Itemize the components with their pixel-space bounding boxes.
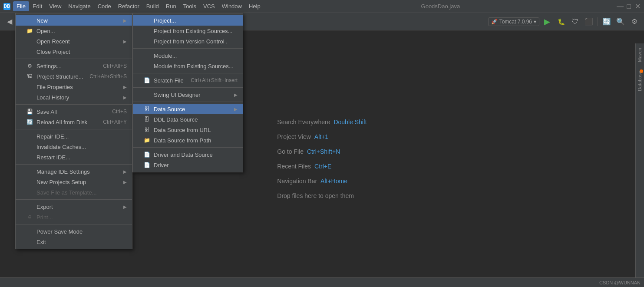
submenu-scratch-file[interactable]: 📄 Scratch File Ctrl+Alt+Shift+Insert: [133, 75, 243, 86]
menu-item-local-history[interactable]: Local History ▶: [16, 92, 132, 102]
menu-item-power-save[interactable]: Power Save Mode: [16, 226, 132, 237]
maven-tab[interactable]: Maven: [636, 43, 644, 66]
menu-item-open-recent[interactable]: Open Recent ▶: [16, 36, 132, 46]
menu-item-new[interactable]: New ▶: [16, 15, 132, 26]
menu-item-project-structure[interactable]: 🏗 Project Structure... Ctrl+Alt+Shift+S: [16, 71, 132, 82]
scratch-file-icon: 📄: [143, 77, 150, 84]
menu-tools[interactable]: Tools: [180, 1, 200, 11]
submenu-module[interactable]: Module...: [133, 50, 243, 61]
menu-item-save-all[interactable]: 💾 Save All Ctrl+S: [16, 106, 132, 117]
repair-label: Repair IDE...: [36, 133, 69, 140]
menu-help[interactable]: Help: [245, 1, 264, 11]
menu-item-new-projects-setup[interactable]: New Projects Setup ▶: [16, 177, 132, 187]
database-tab[interactable]: Database: [636, 66, 644, 96]
hint-recent: Recent Files Ctrl+E: [277, 163, 367, 170]
submenu-project-vcs[interactable]: Project from Version Control .: [133, 36, 243, 46]
menu-navigate[interactable]: Navigate: [65, 1, 94, 11]
project-structure-left: 🏗 Project Structure...: [26, 73, 83, 80]
menu-item-open[interactable]: 📁 Open...: [16, 26, 132, 36]
file-properties-arrow: ▶: [123, 85, 127, 89]
settings-button[interactable]: ⚙: [628, 16, 641, 28]
project-icon: [143, 17, 150, 24]
export-arrow: ▶: [123, 205, 127, 209]
menu-item-invalidate[interactable]: Invalidate Caches...: [16, 142, 132, 152]
manage-ide-icon: [26, 168, 33, 175]
restart-label: Restart IDE...: [36, 154, 70, 161]
menu-edit[interactable]: Edit: [29, 1, 46, 11]
hint-project-key: Alt+1: [314, 133, 328, 140]
submenu-data-source-path[interactable]: 📁 Data Source from Path: [133, 135, 243, 145]
sep5: [16, 199, 132, 200]
driver-data-source-icon: 📄: [143, 151, 150, 158]
data-source-label: Data Source: [154, 106, 185, 112]
menu-file[interactable]: File: [13, 1, 29, 11]
file-properties-left: File Properties: [26, 83, 73, 90]
submenu-driver-data-source[interactable]: 📄 Driver and Data Source: [133, 149, 243, 160]
menu-item-manage-ide[interactable]: Manage IDE Settings ▶: [16, 166, 132, 177]
menu-item-repair[interactable]: Repair IDE...: [16, 131, 132, 142]
hint-recent-key: Ctrl+E: [314, 163, 331, 170]
hint-recent-label: Recent Files: [277, 163, 311, 170]
save-template-icon: [26, 189, 33, 196]
minimize-button[interactable]: —: [617, 3, 623, 10]
module-left: Module...: [143, 52, 177, 59]
run-button[interactable]: ▶: [541, 16, 553, 28]
exit-icon: [26, 238, 33, 245]
menu-item-exit[interactable]: Exit: [16, 237, 132, 247]
new-projects-left: New Projects Setup: [26, 178, 86, 185]
submenu-project-existing[interactable]: Project from Existing Sources...: [133, 26, 243, 36]
debug-button[interactable]: 🐛: [555, 16, 567, 28]
swing-ui-icon: [143, 91, 150, 98]
repair-icon: [26, 133, 33, 140]
invalidate-left: Invalidate Caches...: [26, 143, 86, 150]
menu-run[interactable]: Run: [162, 1, 180, 11]
settings-label: Settings...: [36, 63, 62, 69]
menu-vcs[interactable]: VCS: [200, 1, 218, 11]
menu-item-restart[interactable]: Restart IDE...: [16, 152, 132, 162]
stop-button[interactable]: ⬛: [583, 16, 595, 28]
submenu-module-existing[interactable]: Module from Existing Sources...: [133, 61, 243, 71]
reload-shortcut: Ctrl+Alt+Y: [103, 119, 127, 125]
file-properties-icon: [26, 83, 33, 90]
save-template-left: Save File as Template...: [26, 189, 97, 196]
tomcat-selector[interactable]: 🚀 Tomcat 7.0.96 ▾: [488, 17, 539, 26]
sep1: [16, 59, 132, 59]
new-projects-icon: [26, 178, 33, 185]
submenu-swing-ui[interactable]: Swing UI Designer ▶: [133, 89, 243, 100]
submenu-ddl-data-source[interactable]: 🗄 DDL Data Source: [133, 114, 243, 125]
scratch-file-left: 📄 Scratch File: [143, 77, 184, 84]
close-button[interactable]: ✕: [634, 3, 641, 10]
menu-item-close-project[interactable]: Close Project: [16, 46, 132, 57]
menu-build[interactable]: Build: [143, 1, 162, 11]
submenu-new-project[interactable]: Project...: [133, 15, 243, 26]
toolbar-back[interactable]: ◀: [3, 16, 16, 28]
tomcat-icon: 🚀: [491, 19, 498, 25]
submenu-data-source-url[interactable]: 🗄 Data Source from URL: [133, 125, 243, 135]
menu-view[interactable]: View: [46, 1, 65, 11]
menu-item-export[interactable]: Export ▶: [16, 201, 132, 212]
submenu-data-source[interactable]: 🗄 Data Source ▶: [133, 104, 243, 114]
exit-label: Exit: [36, 239, 46, 245]
module-label: Module...: [154, 53, 177, 59]
data-source-path-label: Data Source from Path: [154, 137, 211, 144]
menu-window[interactable]: Window: [218, 1, 245, 11]
search-button[interactable]: 🔍: [614, 16, 627, 28]
new-sep3: [133, 87, 243, 88]
open-recent-label: Open Recent: [36, 38, 70, 45]
hint-goto-label: Go to File: [277, 148, 304, 155]
hint-project-label: Project View: [277, 133, 311, 140]
data-source-left: 🗄 Data Source: [143, 106, 185, 112]
exit-left: Exit: [26, 238, 46, 245]
menu-item-reload[interactable]: 🔄 Reload All from Disk Ctrl+Alt+Y: [16, 117, 132, 127]
submenu-driver[interactable]: 📄 Driver: [133, 160, 243, 170]
new-arrow: ▶: [123, 18, 127, 23]
reload-left: 🔄 Reload All from Disk: [26, 119, 87, 125]
close-project-label: Close Project: [36, 49, 70, 55]
maximize-button[interactable]: □: [626, 3, 632, 10]
toolbar-reload[interactable]: 🔄: [601, 16, 613, 28]
menu-item-settings[interactable]: ⚙ Settings... Ctrl+Alt+S: [16, 61, 132, 71]
menu-code[interactable]: Code: [94, 1, 115, 11]
menu-refactor[interactable]: Refactor: [115, 1, 143, 11]
coverage-button[interactable]: 🛡: [569, 16, 581, 28]
menu-item-file-properties[interactable]: File Properties ▶: [16, 82, 132, 92]
